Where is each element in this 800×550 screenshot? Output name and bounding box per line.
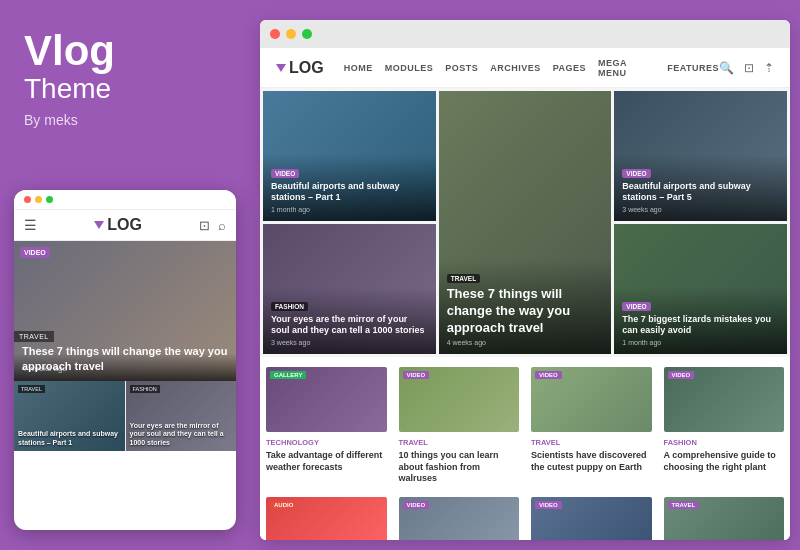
card-8[interactable]: TRAVEL TRAVEL What the experts don't wan… [664,497,785,540]
hero-badge-1: VIDEO [271,169,299,178]
hero-item-5[interactable]: VIDEO The 7 biggest lizards mistakes you… [614,224,787,354]
hamburger-icon[interactable]: ☰ [24,217,37,233]
hero-overlay-featured: TRAVEL These 7 things will change the wa… [439,259,612,354]
site-header: LOG HOME MODULES POSTS ARCHIVES PAGES ME… [260,48,790,88]
mobile-dot-green [46,196,53,203]
hero-grid: VIDEO Beautiful airports and subway stat… [260,88,790,357]
hero-item-featured[interactable]: TRAVEL These 7 things will change the wa… [439,91,612,354]
site-nav: HOME MODULES POSTS ARCHIVES PAGES MEGA M… [344,58,719,78]
mobile-thumb-1[interactable]: TRAVEL Beautiful airports and subway sta… [14,381,126,451]
hero-badge-3: VIDEO [622,169,650,178]
monitor-icon[interactable]: ⊡ [744,61,754,75]
brand-subtitle: Theme [24,72,224,106]
browser-dot-red[interactable] [270,29,280,39]
logo-triangle-icon [94,221,104,229]
thumb1-category: TRAVEL [18,385,45,393]
hero-overlay-5: VIDEO The 7 biggest lizards mistakes you… [614,287,787,354]
card-badge-6: VIDEO [403,501,430,509]
mobile-travel-badge: TRAVEL [14,331,54,342]
site-logo-text: LOG [289,59,324,77]
card-title-2: 10 things you can learn about fashion fr… [399,450,520,485]
card-title-1: Take advantage of different weather fore… [266,450,387,473]
share-icon[interactable]: ⇡ [764,61,774,75]
card-row-2: AUDIO FOOD & DRINKS What everybody ought… [266,497,784,540]
thumb2-title: Your eyes are the mirror of your soul an… [130,422,233,447]
browser-window: LOG HOME MODULES POSTS ARCHIVES PAGES ME… [260,20,790,540]
card-title-3: Scientists have discovered the cutest pu… [531,450,652,473]
card-cat-2: TRAVEL [399,438,520,447]
hero-title-3: Beautiful airports and subway stations –… [622,181,779,204]
card-img-3: VIDEO [531,367,652,432]
card-1[interactable]: GALLERY TECHNOLOGY Take advantage of dif… [266,367,387,485]
thumb1-title: Beautiful airports and subway stations –… [18,430,121,447]
nav-modules[interactable]: MODULES [385,63,434,73]
nav-pages[interactable]: PAGES [553,63,586,73]
brand-by: By meks [24,112,224,128]
nav-features[interactable]: FEATURES [667,63,719,73]
search-icon[interactable]: 🔍 [719,61,734,75]
card-cat-3: TRAVEL [531,438,652,447]
mobile-logo-text: LOG [107,216,142,234]
monitor-icon[interactable]: ⊡ [199,218,210,233]
card-7[interactable]: VIDEO TRAVEL Beautiful airports and subw… [531,497,652,540]
nav-mega-menu[interactable]: MEGA MENU [598,58,655,78]
hero-time-featured: 4 weeks ago [447,339,604,346]
hero-time-4: 3 weeks ago [271,339,428,346]
card-img-6: VIDEO [399,497,520,540]
hero-title-1: Beautiful airports and subway stations –… [271,181,428,204]
card-3[interactable]: VIDEO TRAVEL Scientists have discovered … [531,367,652,485]
hero-item-4[interactable]: FASHION Your eyes are the mirror of your… [263,224,436,354]
card-img-2: VIDEO [399,367,520,432]
search-icon[interactable]: ⌕ [218,218,226,233]
card-6[interactable]: VIDEO FASHION 9 ridiculously simple ways… [399,497,520,540]
mobile-video-badge: VIDEO [20,247,50,258]
mobile-dot-red [24,196,31,203]
hero-time-5: 1 month ago [622,339,779,346]
card-img-8: TRAVEL [664,497,785,540]
hero-overlay-1: VIDEO Beautiful airports and subway stat… [263,154,436,221]
mobile-hero-overlay: These 7 things will change the way you a… [14,353,236,381]
card-row-1: GALLERY TECHNOLOGY Take advantage of dif… [266,367,784,485]
logo-triangle-icon [276,64,286,72]
mobile-nav-icons: ⊡ ⌕ [199,218,226,233]
nav-posts[interactable]: POSTS [445,63,478,73]
card-5[interactable]: AUDIO FOOD & DRINKS What everybody ought… [266,497,387,540]
hero-overlay-4: FASHION Your eyes are the mirror of your… [263,287,436,354]
hero-title-featured: These 7 things will change the way you a… [447,286,604,337]
brand-title: Vlog [24,30,224,72]
nav-icons: 🔍 ⊡ ⇡ [719,61,774,75]
hero-badge-4: FASHION [271,302,308,311]
content-area: VIDEO Beautiful airports and subway stat… [260,88,790,540]
browser-dot-green[interactable] [302,29,312,39]
mobile-nav: ☰ LOG ⊡ ⌕ [14,210,236,241]
hero-item-3[interactable]: VIDEO Beautiful airports and subway stat… [614,91,787,221]
hero-title-4: Your eyes are the mirror of your soul an… [271,314,428,337]
bottom-section: GALLERY TECHNOLOGY Take advantage of dif… [260,357,790,540]
hero-item-1[interactable]: VIDEO Beautiful airports and subway stat… [263,91,436,221]
card-4[interactable]: VIDEO FASHION A comprehensive guide to c… [664,367,785,485]
thumb2-category: FASHION [130,385,160,393]
nav-home[interactable]: HOME [344,63,373,73]
card-img-7: VIDEO [531,497,652,540]
mobile-main-image: VIDEO TRAVEL These 7 things will change … [14,241,236,381]
hero-badge-5: VIDEO [622,302,650,311]
card-cat-1: TECHNOLOGY [266,438,387,447]
mobile-mockup: ☰ LOG ⊡ ⌕ VIDEO TRAVEL These 7 things wi… [14,190,236,530]
hero-time-3: 3 weeks ago [622,206,779,213]
mobile-chrome [14,190,236,210]
hero-time-1: 1 month ago [271,206,428,213]
browser-chrome [260,20,790,48]
site-logo[interactable]: LOG [276,59,324,77]
card-badge-1: GALLERY [270,371,306,379]
nav-archives[interactable]: ARCHIVES [490,63,541,73]
mobile-dot-yellow [35,196,42,203]
card-2[interactable]: VIDEO TRAVEL 10 things you can learn abo… [399,367,520,485]
hero-title-5: The 7 biggest lizards mistakes you can e… [622,314,779,337]
card-badge-8: TRAVEL [668,501,700,509]
card-cat-4: FASHION [664,438,785,447]
card-badge-4: VIDEO [668,371,695,379]
mobile-thumb-2[interactable]: FASHION Your eyes are the mirror of your… [126,381,237,451]
browser-dot-yellow[interactable] [286,29,296,39]
hero-badge-featured-category: TRAVEL [447,274,481,283]
card-badge-2: VIDEO [403,371,430,379]
